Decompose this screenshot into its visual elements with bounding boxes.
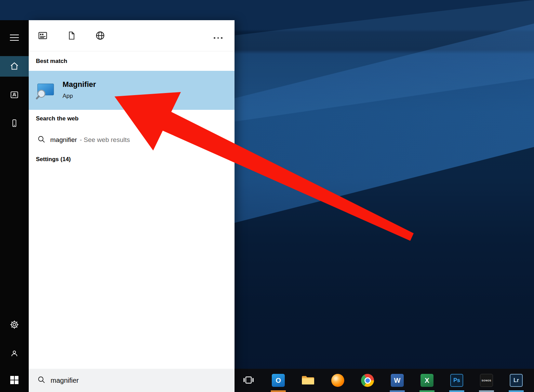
taskbar-app-sonos[interactable]: SONOS [478, 369, 495, 392]
home-icon [9, 61, 19, 72]
screen: O W X Ps [0, 0, 534, 392]
sonos-running-indicator [479, 390, 494, 392]
sidebar-item-device[interactable] [0, 113, 29, 134]
start-button[interactable] [0, 370, 29, 390]
section-best-match: Best match [36, 58, 67, 65]
taskbar-app-excel[interactable]: X [419, 369, 435, 392]
task-view-button[interactable] [240, 369, 257, 392]
taskbar-app-chrome[interactable] [359, 369, 376, 392]
search-input[interactable]: magnifier [29, 369, 235, 392]
excel-running-indicator [419, 390, 435, 392]
user-icon [10, 349, 19, 359]
photoshop-icon: Ps [450, 374, 463, 387]
excel-icon: X [420, 374, 433, 387]
best-match-title: Magnifier [63, 80, 96, 89]
task-view-icon [243, 374, 254, 387]
folder-icon [301, 374, 315, 387]
more-options-button[interactable] [212, 32, 224, 44]
best-match-result[interactable]: Magnifier App [29, 71, 235, 110]
sidebar-item-account[interactable] [0, 343, 29, 364]
search-icon [37, 375, 46, 386]
word-running-indicator [390, 390, 405, 392]
lightroom-icon: Lr [510, 374, 523, 387]
device-icon [10, 118, 19, 129]
best-match-subtitle: App [63, 93, 73, 100]
filter-documents-button[interactable] [65, 30, 78, 42]
web-suggestion-hint: - See web results [80, 136, 130, 144]
taskbar-app-file-explorer[interactable] [300, 369, 316, 392]
firefox-icon [331, 374, 344, 387]
lightroom-running-indicator [509, 390, 524, 392]
search-filter-row [29, 20, 235, 51]
taskbar-app-outlook[interactable]: O [270, 369, 286, 392]
sidebar-item-home[interactable] [0, 56, 29, 77]
outlook-running-indicator [271, 390, 286, 392]
chrome-icon [361, 374, 374, 387]
filter-apps-button[interactable] [37, 30, 49, 42]
taskbar-app-photoshop[interactable]: Ps [449, 369, 465, 392]
windows-logo-icon [10, 376, 19, 384]
menu-button[interactable] [0, 27, 29, 48]
search-input-value: magnifier [51, 377, 79, 384]
web-suggestion-row[interactable]: magnifier - See web results [29, 129, 235, 151]
filter-web-button[interactable] [94, 30, 106, 42]
sonos-icon: SONOS [480, 374, 493, 387]
taskbar-app-firefox[interactable] [330, 369, 346, 392]
ellipsis-icon [214, 37, 223, 39]
document-filter-icon [66, 30, 77, 42]
search-sidebar [0, 20, 29, 392]
contact-card-icon [10, 90, 19, 101]
search-panel: Best match Magnifier App Search the web [29, 20, 235, 392]
section-search-the-web: Search the web [36, 115, 79, 122]
taskbar-app-lightroom[interactable]: Lr [508, 369, 524, 392]
gear-icon [9, 319, 19, 331]
magnifier-app-icon [36, 81, 55, 100]
outlook-icon: O [272, 374, 285, 387]
search-icon [37, 135, 46, 145]
taskbar-app-word[interactable]: W [389, 369, 405, 392]
sidebar-item-settings[interactable] [0, 315, 29, 335]
sidebar-item-contacts[interactable] [0, 85, 29, 105]
hamburger-icon [10, 32, 19, 42]
word-icon: W [391, 374, 404, 387]
taskbar: O W X Ps [235, 369, 534, 392]
globe-filter-icon [95, 30, 106, 42]
apps-filter-icon [37, 30, 48, 42]
chevron-right-icon[interactable] [218, 135, 227, 146]
section-settings: Settings (14) [36, 156, 71, 163]
web-suggestion-query: magnifier [50, 136, 77, 144]
photoshop-running-indicator [449, 390, 464, 392]
